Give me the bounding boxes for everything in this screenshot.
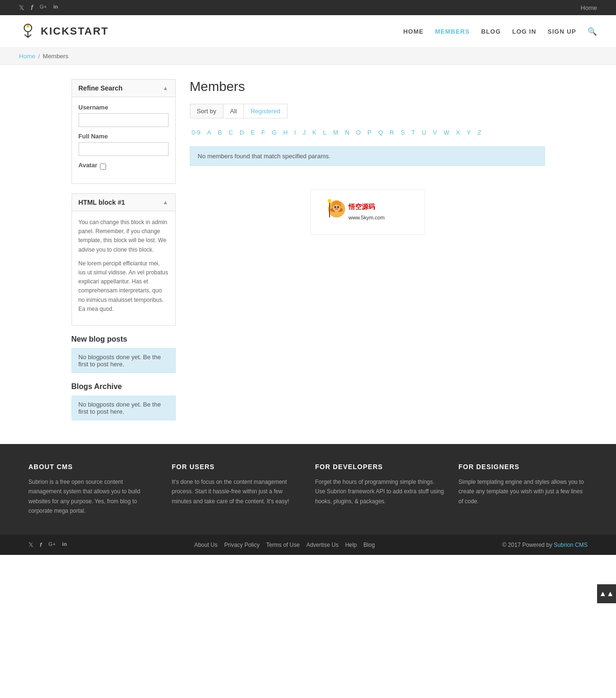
linkedin-link[interactable]: in xyxy=(54,4,58,11)
avatar-label: Avatar xyxy=(79,162,98,169)
footer-about-link[interactable]: About Us xyxy=(194,542,217,548)
footer-help-link[interactable]: Help xyxy=(345,542,357,548)
alpha-n[interactable]: N xyxy=(343,128,351,137)
alpha-f[interactable]: F xyxy=(259,128,267,137)
top-home: Home xyxy=(580,4,597,11)
footer-for-designers: FOR DESIGNERS Simple templating engine a… xyxy=(458,463,588,516)
alpha-s[interactable]: S xyxy=(399,128,407,137)
html-block-toggle[interactable]: ▲ xyxy=(163,199,169,206)
footer-about-text: Subrion is a free open source content ma… xyxy=(28,477,158,516)
alpha-09[interactable]: 0-9 xyxy=(190,128,203,137)
footer-developers-text: Forget the hours of programming simple t… xyxy=(315,477,445,506)
header: KICKSTART HOME MEMBERS BLOG LOG IN SIGN … xyxy=(0,15,616,48)
nav-members[interactable]: MEMBERS xyxy=(435,28,470,35)
alpha-g[interactable]: G xyxy=(270,128,278,137)
html-block-text1: You can change this block in admin panel… xyxy=(79,218,169,254)
main-nav: HOME MEMBERS BLOG LOG IN SIGN UP 🔍 xyxy=(403,27,597,36)
watermark-area: 悟空源码 www.5kym.com xyxy=(190,175,545,249)
footer-privacy-link[interactable]: Privacy Policy xyxy=(224,542,260,548)
html-block-text2: Ne lorem percipit efficiantur mei, ius u… xyxy=(79,259,169,314)
main-content: Refine Search ▲ Username Full Name Avata… xyxy=(62,65,554,444)
alpha-m[interactable]: M xyxy=(331,128,340,137)
googleplus-link[interactable]: G+ xyxy=(40,4,47,11)
new-blog-posts-empty: No blogposts done yet. Be the first to p… xyxy=(71,348,176,373)
logo[interactable]: KICKSTART xyxy=(19,22,108,40)
alpha-v[interactable]: V xyxy=(431,128,439,137)
logo-icon xyxy=(19,22,37,40)
nav-signup[interactable]: SIGN UP xyxy=(548,28,576,35)
alpha-a[interactable]: A xyxy=(205,128,213,137)
watermark-image: 悟空源码 www.5kym.com xyxy=(320,195,415,228)
footer-developers-title: FOR DEVELOPERS xyxy=(315,463,445,471)
nav-login[interactable]: LOG IN xyxy=(512,28,536,35)
alpha-u[interactable]: U xyxy=(420,128,428,137)
sort-registered[interactable]: Registered xyxy=(244,104,287,118)
footer-social-links: 𝕏 f G+ in xyxy=(28,541,67,548)
footer-for-users: FOR USERS It's done to focus on the cont… xyxy=(172,463,301,516)
logo-text: KICKSTART xyxy=(41,25,108,37)
avatar-checkbox[interactable] xyxy=(100,163,106,170)
alpha-k[interactable]: K xyxy=(311,128,319,137)
footer-users-text: It's done to focus on the content manage… xyxy=(172,477,301,506)
footer-top: ABOUT CMS Subrion is a free open source … xyxy=(0,444,616,535)
sort-all[interactable]: All xyxy=(223,104,244,118)
page-title: Members xyxy=(190,79,545,94)
nav-blog[interactable]: BLOG xyxy=(481,28,501,35)
alpha-b[interactable]: B xyxy=(216,128,224,137)
alpha-o[interactable]: O xyxy=(354,128,363,137)
svg-line-3 xyxy=(28,35,31,37)
footer-about-title: ABOUT CMS xyxy=(28,463,158,471)
alpha-p[interactable]: P xyxy=(366,128,374,137)
footer-for-developers: FOR DEVELOPERS Forget the hours of progr… xyxy=(315,463,445,516)
top-home-link[interactable]: Home xyxy=(580,4,597,11)
username-input[interactable] xyxy=(79,113,169,127)
alpha-q[interactable]: Q xyxy=(376,128,385,137)
breadcrumb: Home / Members xyxy=(19,53,597,60)
refine-search-toggle[interactable]: ▲ xyxy=(163,85,169,91)
top-social-links: 𝕏 f G+ in xyxy=(19,4,58,11)
html-block-title: HTML block #1 xyxy=(79,199,125,206)
alpha-c[interactable]: C xyxy=(227,128,235,137)
nav-home[interactable]: HOME xyxy=(403,28,424,35)
twitter-link[interactable]: 𝕏 xyxy=(19,4,24,11)
top-bar: 𝕏 f G+ in Home xyxy=(0,0,616,15)
footer-advertise-link[interactable]: Advertise Us xyxy=(306,542,339,548)
svg-point-12 xyxy=(335,208,339,210)
svg-text:www.5kym.com: www.5kym.com xyxy=(348,215,384,220)
html-block: HTML block #1 ▲ You can change this bloc… xyxy=(71,193,176,326)
alpha-t[interactable]: T xyxy=(410,128,417,137)
svg-point-14 xyxy=(328,199,331,203)
alpha-w[interactable]: W xyxy=(442,128,451,137)
footer-blog-link[interactable]: Blog xyxy=(364,542,375,548)
footer-about-cms: ABOUT CMS Subrion is a free open source … xyxy=(28,463,158,516)
refine-search-title: Refine Search xyxy=(79,84,123,92)
alpha-y[interactable]: Y xyxy=(465,128,473,137)
footer-googleplus-link[interactable]: G+ xyxy=(48,541,55,548)
footer-facebook-link[interactable]: f xyxy=(40,541,42,548)
alpha-d[interactable]: D xyxy=(238,128,246,137)
footer-twitter-link[interactable]: 𝕏 xyxy=(28,541,33,548)
breadcrumb-home[interactable]: Home xyxy=(19,53,36,60)
avatar-group: Avatar xyxy=(79,162,169,171)
no-members-message: No members found that match specified pa… xyxy=(190,146,545,166)
svg-line-2 xyxy=(25,35,28,37)
alpha-i[interactable]: I xyxy=(293,128,298,137)
alpha-h[interactable]: H xyxy=(281,128,289,137)
username-group: Username xyxy=(79,104,169,127)
alpha-x[interactable]: X xyxy=(454,128,462,137)
alpha-e[interactable]: E xyxy=(249,128,257,137)
footer-terms-link[interactable]: Terms of Use xyxy=(266,542,300,548)
username-label: Username xyxy=(79,104,169,111)
alpha-z[interactable]: Z xyxy=(475,128,483,137)
facebook-link[interactable]: f xyxy=(31,4,33,11)
search-icon[interactable]: 🔍 xyxy=(588,27,597,36)
svg-point-10 xyxy=(334,206,336,208)
footer-brand-link[interactable]: Subrion CMS xyxy=(554,542,588,548)
alpha-r[interactable]: R xyxy=(388,128,396,137)
alpha-j[interactable]: J xyxy=(301,128,308,137)
footer-linkedin-link[interactable]: in xyxy=(62,541,67,548)
fullname-input[interactable] xyxy=(79,142,169,156)
alpha-l[interactable]: L xyxy=(321,128,328,137)
sidebar: Refine Search ▲ Username Full Name Avata… xyxy=(71,79,176,430)
alphabet-bar: 0-9 A B C D E F G H I J K L M N O P Q R … xyxy=(190,128,545,137)
